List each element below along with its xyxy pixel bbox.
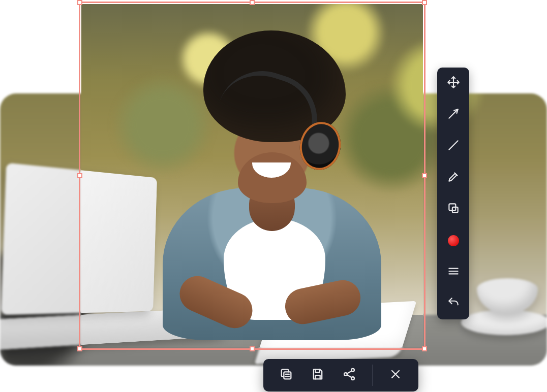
- overlap-squares-icon: [447, 202, 460, 217]
- arrow-tool[interactable]: [445, 106, 462, 123]
- resize-handle-bottom-right[interactable]: [422, 346, 427, 351]
- resize-handle-top-right[interactable]: [422, 0, 427, 5]
- resize-handle-top-left[interactable]: [77, 0, 82, 5]
- resize-handle-top-middle[interactable]: [250, 0, 255, 5]
- copy-button[interactable]: [278, 367, 295, 384]
- share-button[interactable]: [341, 367, 358, 384]
- resize-handle-bottom-middle[interactable]: [250, 346, 255, 351]
- marker-icon: [447, 170, 460, 185]
- record-icon: [448, 235, 459, 246]
- menu-icon: [447, 265, 460, 280]
- arrow-icon: [447, 107, 460, 122]
- annotation-toolbar: [437, 68, 469, 319]
- shape-tool[interactable]: [445, 201, 462, 218]
- resize-handle-middle-right[interactable]: [422, 173, 427, 178]
- resize-handle-bottom-left[interactable]: [77, 346, 82, 351]
- highlighter-tool[interactable]: [445, 169, 462, 186]
- svg-rect-2: [284, 372, 291, 379]
- resize-handle-middle-left[interactable]: [77, 173, 82, 178]
- more-tool[interactable]: [445, 264, 462, 281]
- move-icon: [447, 76, 460, 91]
- close-button[interactable]: [387, 367, 404, 384]
- line-tool[interactable]: [445, 138, 462, 155]
- action-bar: [263, 359, 418, 391]
- undo-tool[interactable]: [445, 295, 462, 312]
- close-icon: [388, 367, 403, 383]
- undo-icon: [447, 296, 460, 311]
- cropped-image: [81, 4, 423, 347]
- share-icon: [342, 367, 356, 383]
- record-tool[interactable]: [445, 232, 462, 249]
- save-button[interactable]: [309, 367, 326, 384]
- copy-icon: [279, 367, 293, 383]
- move-tool[interactable]: [445, 75, 462, 92]
- line-icon: [447, 139, 460, 154]
- save-icon: [311, 367, 325, 383]
